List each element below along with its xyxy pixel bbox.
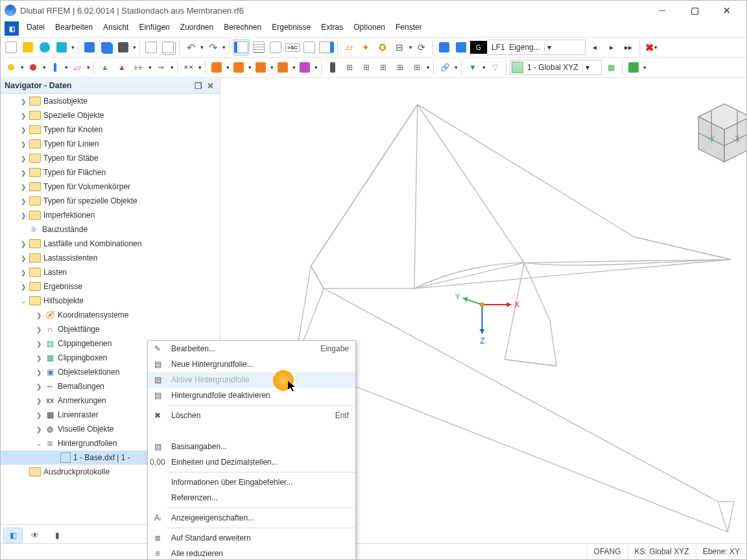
twisty-icon[interactable]: ❯	[19, 112, 28, 119]
tb2-d-icon[interactable]: ⊞	[375, 60, 391, 75]
tree-item[interactable]: ❯Ergebnisse	[1, 279, 220, 294]
tb2-link-icon[interactable]: 🔗	[437, 60, 453, 75]
tree-item[interactable]: ❯🧭Koordinatensysteme	[1, 308, 220, 322]
tb2-star1-icon[interactable]	[3, 60, 19, 75]
tb-pick-icon[interactable]: ✦	[358, 40, 374, 55]
tb-find-icon[interactable]: ✪	[375, 40, 390, 55]
chevron-down-icon[interactable]: ▾	[71, 44, 75, 51]
menu-item[interactable]: ≣Auf Standard erweitern	[148, 530, 355, 546]
twisty-icon[interactable]: ❯	[34, 426, 43, 433]
menu-item[interactable]: Referenzen...	[148, 490, 355, 506]
chevron-down-icon[interactable]: ▾	[582, 63, 592, 72]
twisty-icon[interactable]: ⌄	[34, 440, 43, 447]
tb-last-icon[interactable]: ▸▸	[621, 40, 636, 55]
tb-copy-doc-icon[interactable]	[160, 40, 176, 55]
tb2-clip-icon[interactable]	[626, 60, 641, 75]
tb-lc-new-icon[interactable]	[436, 40, 452, 55]
tb2-cs-edit-icon[interactable]: ▦	[603, 60, 619, 75]
tree-item[interactable]: ❯Lasten	[1, 265, 220, 279]
minimize-button[interactable]: ─	[649, 4, 675, 17]
tb2-nodes-icon[interactable]: ⊩⊩	[131, 60, 147, 75]
tree-item[interactable]: ❯Typen für Flächen	[1, 165, 220, 180]
tb-panels-icon[interactable]	[318, 40, 334, 55]
twisty-icon[interactable]: ❯	[19, 283, 28, 290]
tb-save-all-icon[interactable]	[99, 40, 114, 55]
tb-list-icon[interactable]	[268, 40, 283, 55]
tb-new-icon[interactable]	[3, 40, 19, 55]
tree-item[interactable]: ⊪Bauzustände	[1, 222, 220, 237]
twisty-icon[interactable]: ❯	[19, 255, 28, 262]
tb2-c-icon[interactable]: ⊞	[359, 60, 374, 75]
twisty-icon[interactable]: ❯	[19, 155, 28, 162]
menu-window[interactable]: Fenster	[390, 20, 427, 37]
tb2-filter-icon[interactable]: ▼	[465, 60, 480, 75]
twisty-icon[interactable]: ❯	[34, 326, 43, 333]
tb2-box1-icon[interactable]	[209, 60, 224, 75]
tb-reload-icon[interactable]: ⟳	[414, 40, 429, 55]
tb-script-icon[interactable]: >SC	[285, 40, 300, 55]
tb2-a-icon[interactable]	[325, 60, 340, 75]
menu-item[interactable]	[148, 423, 355, 439]
twisty-icon[interactable]: ❯	[19, 169, 28, 176]
menu-file[interactable]: Datei	[21, 20, 50, 37]
tb2-star2-icon[interactable]	[25, 60, 41, 75]
tree-item[interactable]: ⌄Hilfsobjekte	[1, 294, 220, 308]
menu-item[interactable]: ▤Hintergrundfolie deaktivieren	[148, 388, 355, 403]
tb2-box2-icon[interactable]	[231, 60, 246, 75]
tb-next-icon[interactable]: ▸	[604, 40, 619, 55]
tb2-box5-icon[interactable]	[297, 60, 313, 75]
twisty-icon[interactable]: ❯	[34, 355, 43, 362]
view-cube[interactable]: -Y -X	[698, 104, 746, 162]
twisty-icon[interactable]: ❯	[19, 212, 28, 219]
twisty-icon[interactable]: ❯	[34, 397, 43, 404]
twisty-icon[interactable]: ❯	[34, 340, 43, 347]
tb-open-icon[interactable]	[20, 40, 36, 55]
twisty-icon[interactable]: ❯	[19, 198, 28, 205]
tree-item[interactable]: ❯Typen für Stäbe	[1, 151, 220, 165]
menu-item[interactable]: ▤Basisangaben...	[148, 439, 355, 454]
tab-views-icon[interactable]: ▮	[47, 528, 67, 543]
tb-save-icon[interactable]	[82, 40, 97, 55]
twisty-icon[interactable]: ❯	[19, 240, 28, 248]
panel-close-icon[interactable]: ✕	[204, 80, 216, 91]
tb2-tri-g-icon[interactable]: ▲	[97, 60, 113, 75]
menu-calc[interactable]: Berechnen	[219, 20, 267, 37]
twisty-icon[interactable]: ❯	[19, 126, 28, 134]
tb-cloud-down-icon[interactable]	[54, 40, 69, 55]
menu-view[interactable]: Ansicht	[98, 20, 134, 37]
tab-data-icon[interactable]: ◧	[3, 528, 23, 543]
chevron-down-icon[interactable]: ▾	[222, 44, 226, 51]
tb-prev-icon[interactable]: ◂	[587, 40, 602, 55]
tree-item[interactable]: ❯Typen für Knoten	[1, 122, 220, 137]
coord-system-combo[interactable]: 1 - Global XYZ ▾	[510, 60, 602, 75]
app-logo-icon[interactable]: ◧	[5, 21, 19, 36]
tb-select-icon[interactable]: ▱	[341, 40, 357, 55]
chevron-down-icon[interactable]: ▾	[200, 44, 204, 51]
tb-lc-assign-icon[interactable]	[453, 40, 469, 55]
tb2-b-icon[interactable]: ⊞	[342, 60, 357, 75]
tb-cloud-up-icon[interactable]	[37, 40, 53, 55]
menu-item[interactable]: 0,00Einheiten und Dezimalstellen...	[148, 454, 355, 470]
tb-undo-icon[interactable]: ↶	[183, 40, 198, 55]
menu-item[interactable]: ▤Neue Hintergrundfolie...	[148, 356, 355, 372]
menu-assign[interactable]: Zuordnen	[175, 20, 219, 37]
tb-redo-icon[interactable]: ↷	[205, 40, 220, 55]
tb2-bar-icon[interactable]	[47, 60, 63, 75]
menu-item[interactable]: ✖LöschenEntf	[148, 408, 355, 423]
tb2-rel-icon[interactable]: ⊸	[153, 60, 169, 75]
menu-edit[interactable]: Bearbeiten	[50, 20, 98, 37]
tb2-tri-r-icon[interactable]: ▲	[114, 60, 130, 75]
tb-delete-red-icon[interactable]: ✖▾	[643, 40, 659, 55]
twisty-icon[interactable]: ❯	[19, 269, 28, 276]
tree-item[interactable]: ❯Lastassistenten	[1, 251, 220, 265]
context-menu[interactable]: ✎Bearbeiten...Eingabe▤Neue Hintergrundfo…	[147, 340, 356, 560]
twisty-icon[interactable]: ❯	[34, 412, 43, 419]
loadcase-combo[interactable]: LF1 Eigeng... ▾	[487, 40, 586, 55]
tb-print-icon[interactable]	[115, 40, 131, 55]
twisty-icon[interactable]: ⌄	[19, 298, 28, 305]
menu-options[interactable]: Optionen	[348, 20, 390, 37]
close-button[interactable]: ✕	[714, 4, 740, 17]
tab-display-icon[interactable]: 👁	[25, 528, 45, 543]
twisty-icon[interactable]: ❯	[34, 383, 43, 390]
menu-insert[interactable]: Einfügen	[134, 20, 174, 37]
